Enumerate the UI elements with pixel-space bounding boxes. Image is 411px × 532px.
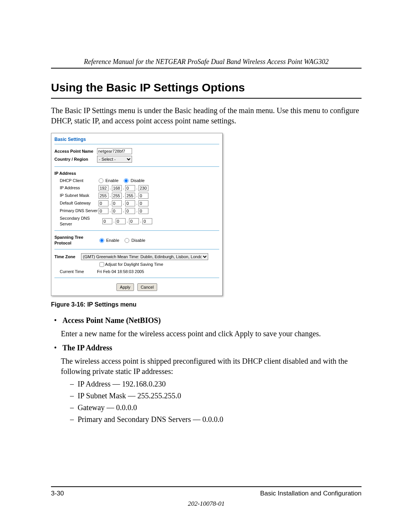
footer-section: Basic Installation and Configuration xyxy=(260,489,362,498)
ap-name-label: Access Point Name xyxy=(54,149,97,154)
gw-oct1[interactable] xyxy=(99,200,108,206)
dhcp-enable-radio[interactable] xyxy=(99,178,103,183)
current-time-value: Fri Feb 04 18:58:03 2005 xyxy=(97,269,144,275)
defaults-list: IP Address — 192.168.0.230 IP Subnet Mas… xyxy=(61,379,362,425)
sdns-row: Secondary DNS Server . . . xyxy=(54,216,219,227)
dhcp-disable-label: Disable xyxy=(131,178,145,184)
dst-checkbox[interactable] xyxy=(99,262,104,267)
figure-caption: Figure 3-16: IP Settings menu xyxy=(51,300,362,309)
doc-number: 202-10078-01 xyxy=(51,500,362,508)
panel-title: Basic Settings xyxy=(54,136,219,142)
list-item: Primary and Secondary DNS Servers — 0.0.… xyxy=(70,414,362,425)
section-title: Using the Basic IP Settings Options xyxy=(51,80,362,96)
subnet-oct2[interactable] xyxy=(112,193,122,199)
intro-paragraph: The Basic IP Settings menu is under the … xyxy=(51,105,362,126)
current-time-label: Current Time xyxy=(60,269,97,275)
tz-label: Time Zone xyxy=(54,254,81,260)
pdns-oct2[interactable] xyxy=(112,208,122,214)
dhcp-enable-label: Enable xyxy=(105,178,118,184)
list-item: Gateway — 0.0.0.0 xyxy=(70,403,362,413)
sdns-oct2[interactable] xyxy=(116,218,126,224)
ip-oct4[interactable] xyxy=(139,185,148,191)
sdns-oct3[interactable] xyxy=(129,218,139,224)
bullet-ip-address: The IP Address The wireless access point… xyxy=(61,343,362,425)
bullet2-text: The wireless access point is shipped pre… xyxy=(61,356,362,377)
list-item: IP Subnet Mask — 255.255.255.0 xyxy=(70,391,362,401)
gateway-row: Default Gateway . . . xyxy=(54,200,219,206)
ip-oct3[interactable] xyxy=(125,185,135,191)
gw-oct4[interactable] xyxy=(139,200,148,206)
gateway-label: Default Gateway xyxy=(60,200,99,206)
dhcp-disable-radio[interactable] xyxy=(124,178,129,183)
sdns-oct4[interactable] xyxy=(142,218,152,224)
bullet2-title: The IP Address xyxy=(62,343,112,352)
dst-label: Adjust for Daylight Saving Time xyxy=(105,262,163,267)
tz-select[interactable]: (GMT) Greenwich Mean Time: Dublin, Edinb… xyxy=(81,253,208,260)
ap-name-input[interactable] xyxy=(97,148,132,154)
pdns-row: Primary DNS Server . . . xyxy=(54,208,219,214)
bullet1-text: Enter a new name for the wireless access… xyxy=(61,329,362,339)
stp-enable-radio[interactable] xyxy=(99,238,104,243)
ip-address-label: IP Address xyxy=(60,185,99,191)
stp-disable-label: Disable xyxy=(131,238,145,243)
sdns-oct1[interactable] xyxy=(102,218,112,224)
bullet-list: Access Point Name (NetBIOS) Enter a new … xyxy=(51,315,362,425)
apply-button[interactable]: Apply xyxy=(116,283,134,291)
ip-section-label: IP Address xyxy=(54,171,219,176)
bullet1-title: Access Point Name (NetBIOS) xyxy=(62,316,161,324)
subnet-oct1[interactable] xyxy=(99,193,108,199)
header-rule xyxy=(51,68,362,69)
region-select[interactable]: - Select - xyxy=(97,156,132,163)
title-rule xyxy=(51,98,362,99)
stp-enable-label: Enable xyxy=(106,238,119,243)
pdns-label: Primary DNS Server xyxy=(60,208,99,214)
subnet-oct3[interactable] xyxy=(125,193,135,199)
gw-oct2[interactable] xyxy=(112,200,122,206)
stp-label: Spanning Tree Protocol xyxy=(54,235,99,246)
cancel-button[interactable]: Cancel xyxy=(137,283,157,291)
footer-rule xyxy=(51,486,362,487)
region-label: Country / Region xyxy=(54,157,97,162)
bullet-ap-name: Access Point Name (NetBIOS) Enter a new … xyxy=(61,315,362,339)
page-number: 3-30 xyxy=(51,489,64,498)
stp-disable-radio[interactable] xyxy=(125,238,129,243)
pdns-oct4[interactable] xyxy=(139,208,148,214)
manual-title: Reference Manual for the NETGEAR ProSafe… xyxy=(51,57,362,66)
subnet-label: IP Subnet Mask xyxy=(60,193,99,198)
dhcp-label: DHCP Client xyxy=(60,178,99,184)
subnet-oct4[interactable] xyxy=(139,193,148,199)
subnet-row: IP Subnet Mask . . . xyxy=(54,193,219,199)
ip-oct2[interactable] xyxy=(112,185,122,191)
list-item: IP Address — 192.168.0.230 xyxy=(70,379,362,389)
gw-oct3[interactable] xyxy=(125,200,135,206)
pdns-oct3[interactable] xyxy=(125,208,135,214)
sdns-label: Secondary DNS Server xyxy=(60,216,102,227)
basic-settings-panel: Basic Settings Access Point Name Country… xyxy=(51,133,223,296)
pdns-oct1[interactable] xyxy=(99,208,108,214)
ip-address-row: IP Address . . . xyxy=(54,185,219,191)
ip-oct1[interactable] xyxy=(99,185,108,191)
